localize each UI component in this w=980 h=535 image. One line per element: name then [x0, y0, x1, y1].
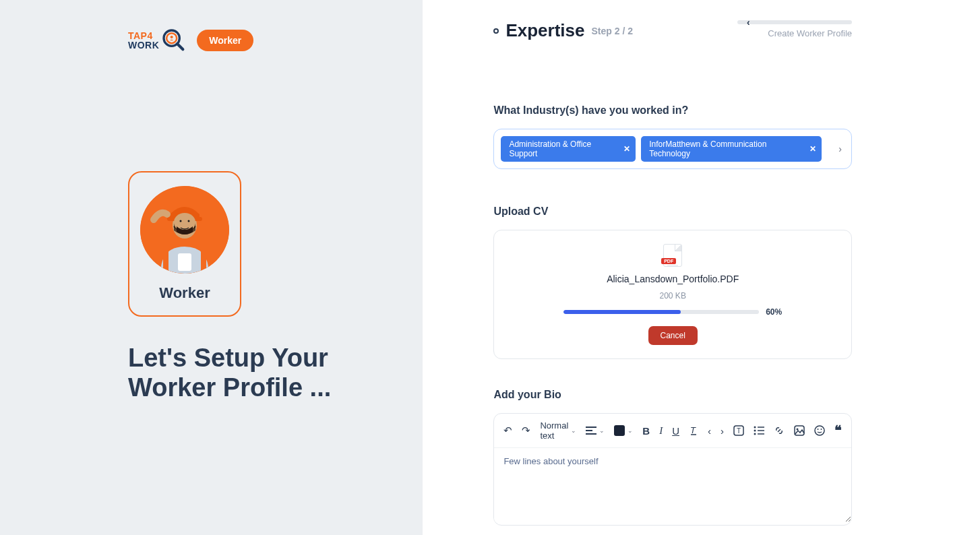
bold-icon[interactable]: B: [642, 425, 650, 437]
emoji-icon[interactable]: [814, 425, 825, 436]
upload-fill: [563, 310, 681, 314]
color-dropdown[interactable]: ⌄: [614, 425, 633, 436]
chevron-right-icon[interactable]: ›: [838, 144, 842, 154]
logo-text: TAP4 WORK: [128, 31, 159, 50]
svg-text:T: T: [690, 425, 696, 435]
pdf-icon: PDF: [663, 244, 682, 267]
list-icon[interactable]: [754, 426, 764, 435]
bio-editor: ↶ ↷ Normal text ⌄ ⌄ ⌄ B I U T ‹ › T: [493, 413, 852, 526]
bullet-icon: [493, 28, 499, 34]
chip-label: InforMatthewn & Communication Technology: [649, 139, 803, 158]
cancel-button[interactable]: Cancel: [648, 326, 698, 345]
quote-icon[interactable]: ❝: [834, 422, 842, 439]
format-dropdown[interactable]: Normal text ⌄: [540, 420, 576, 441]
back-chevron-icon[interactable]: ‹: [747, 17, 750, 28]
magnifier-icon: [160, 27, 187, 54]
svg-point-19: [754, 427, 756, 429]
bio-title: Add your Bio: [493, 389, 852, 401]
upload-percent: 60%: [766, 307, 782, 317]
logo-row: TAP4 WORK Worker: [128, 27, 423, 54]
bio-textarea[interactable]: [494, 448, 851, 522]
svg-point-23: [754, 433, 756, 435]
worker-card[interactable]: Worker: [128, 171, 241, 317]
svg-point-27: [815, 426, 824, 435]
image-icon[interactable]: [794, 425, 805, 436]
undo-icon[interactable]: ↶: [503, 424, 512, 437]
industry-select[interactable]: Administration & Office Support ✕ InforM…: [493, 129, 852, 169]
logo-tap4: TAP4: [128, 31, 159, 40]
bio-toolbar: ↶ ↷ Normal text ⌄ ⌄ ⌄ B I U T ‹ › T: [494, 414, 851, 448]
worker-card-label: Worker: [159, 284, 210, 302]
indent-icon[interactable]: ›: [721, 425, 724, 437]
upload-filename: Alicia_Lansdown_Portfolio.PDF: [607, 274, 739, 284]
left-panel: TAP4 WORK Worker: [0, 0, 423, 535]
upload-bar: [563, 310, 759, 314]
svg-line-3: [177, 44, 183, 49]
chip-label: Administration & Office Support: [509, 139, 617, 158]
industry-section: What Industry(s) have you worked in? Adm…: [493, 104, 852, 169]
bio-section: Add your Bio ↶ ↷ Normal text ⌄ ⌄ ⌄ B I U…: [493, 389, 852, 526]
industry-chip: Administration & Office Support ✕: [501, 136, 636, 162]
header-row: Expertise Step 2 / 2 ‹ Create Worker Pro…: [493, 20, 852, 41]
svg-point-21: [754, 430, 756, 432]
svg-point-2: [171, 36, 173, 38]
progress-back: ‹ Create Worker Profile: [737, 20, 852, 38]
textbox-icon[interactable]: T: [733, 425, 744, 436]
svg-point-10: [188, 220, 190, 222]
chip-remove-icon[interactable]: ✕: [809, 144, 816, 154]
upload-section: Upload CV PDF Alicia_Lansdown_Portfolio.…: [493, 206, 852, 359]
page-title: Expertise: [506, 20, 584, 41]
create-profile-label: Create Worker Profile: [768, 28, 852, 38]
logo-work: WORK: [128, 40, 159, 50]
logo: TAP4 WORK: [128, 27, 187, 54]
outdent-icon[interactable]: ‹: [708, 425, 711, 437]
right-panel: Expertise Step 2 / 2 ‹ Create Worker Pro…: [423, 0, 980, 535]
underline-icon[interactable]: U: [672, 425, 679, 437]
svg-point-9: [180, 220, 182, 222]
pdf-badge: PDF: [661, 258, 676, 264]
upload-filesize: 200 KB: [660, 291, 686, 301]
upload-title: Upload CV: [493, 206, 852, 218]
headline: Let's Setup Your Worker Profile ...: [128, 344, 371, 402]
upload-progress: 60%: [520, 307, 826, 317]
step-indicator: Step 2 / 2: [591, 26, 632, 36]
clear-format-icon[interactable]: T: [689, 425, 698, 436]
svg-text:T: T: [737, 427, 741, 435]
svg-rect-7: [178, 253, 191, 271]
link-icon[interactable]: [774, 425, 785, 436]
svg-point-29: [821, 429, 822, 430]
worker-avatar: [140, 186, 229, 274]
worker-badge: Worker: [197, 30, 253, 51]
top-progress-bar: ‹: [737, 20, 852, 24]
upload-box: PDF Alicia_Lansdown_Portfolio.PDF 200 KB…: [493, 230, 852, 359]
chip-remove-icon[interactable]: ✕: [623, 144, 630, 154]
redo-icon[interactable]: ↷: [522, 424, 530, 437]
industry-title: What Industry(s) have you worked in?: [493, 104, 852, 117]
svg-point-28: [818, 429, 819, 430]
industry-chip: InforMatthewn & Communication Technology…: [641, 136, 822, 162]
align-dropdown[interactable]: ⌄: [586, 427, 605, 435]
italic-icon[interactable]: I: [659, 425, 663, 437]
